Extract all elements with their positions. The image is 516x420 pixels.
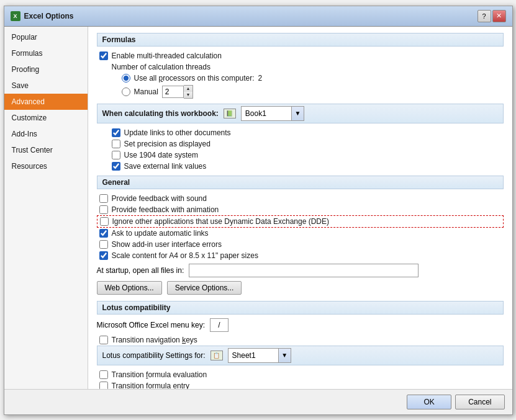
processor-count: 2	[258, 74, 263, 83]
feedback-sound-checkbox[interactable]	[99, 194, 108, 203]
title-bar: X Excel Options ? ✕	[4, 6, 512, 27]
ignore-dde-label: Ignore other applications that use Dynam…	[112, 217, 330, 226]
sidebar-item-trustcenter[interactable]: Trust Center	[4, 142, 88, 158]
transition-formula-eval-row: Transition formula evaluation	[97, 369, 504, 380]
workbook-icon: 📗	[224, 109, 236, 118]
use-all-processors-row: Use all processors on this computer: 2	[119, 73, 504, 84]
close-button[interactable]: ✕	[492, 10, 506, 22]
manual-threads-row: Manual ▲ ▼	[119, 84, 504, 100]
sidebar-item-proofing[interactable]: Proofing	[4, 61, 88, 78]
workbook-label: When calculating this workbook:	[102, 109, 219, 118]
ask-update-label: Ask to update automatic links	[112, 229, 209, 238]
transition-formula-eval-checkbox[interactable]	[99, 370, 108, 379]
scale-content-checkbox[interactable]	[99, 251, 108, 260]
transition-formula-entry-label: Transition formula entry	[112, 382, 190, 389]
dialog-title: Excel Options	[24, 12, 74, 20]
ask-update-row: Ask to update automatic links	[97, 228, 504, 239]
excel-options-dialog: X Excel Options ? ✕ Popular Formulas Pro…	[4, 6, 513, 415]
feedback-sound-label: Provide feedback with sound	[112, 194, 207, 203]
help-button[interactable]: ?	[478, 10, 491, 22]
menu-key-row: Microsoft Office Excel menu key:	[97, 318, 504, 332]
workbook-row: When calculating this workbook: 📗 Book1 …	[97, 104, 504, 123]
menu-key-label: Microsoft Office Excel menu key:	[97, 321, 206, 329]
app-icon: X	[11, 11, 20, 21]
feedback-animation-label: Provide feedback with animation	[112, 205, 219, 214]
at-startup-input[interactable]	[189, 264, 419, 277]
ok-button[interactable]: OK	[407, 395, 451, 409]
set-precision-checkbox[interactable]	[112, 140, 120, 148]
save-external-checkbox[interactable]	[112, 162, 120, 171]
show-addin-errors-checkbox[interactable]	[99, 240, 108, 249]
service-options-button[interactable]: Service Options...	[167, 281, 242, 295]
enable-multithreaded-row: Enable multi-threaded calculation	[97, 50, 504, 61]
use-1904-checkbox[interactable]	[112, 151, 120, 159]
sidebar-item-addins[interactable]: Add-Ins	[4, 126, 88, 142]
formulas-section-header: Formulas	[97, 33, 504, 47]
transition-formula-eval-label: Transition formula evaluation	[112, 370, 207, 379]
sidebar-item-formulas[interactable]: Formulas	[4, 45, 88, 61]
feedback-animation-checkbox[interactable]	[99, 205, 108, 214]
show-addin-errors-label: Show add-in user interface errors	[112, 240, 222, 249]
set-precision-label: Set precision as displayed	[124, 140, 210, 148]
transition-nav-checkbox[interactable]	[99, 336, 108, 344]
ask-update-checkbox[interactable]	[99, 229, 108, 238]
show-addin-errors-row: Show add-in user interface errors	[97, 239, 504, 250]
lotus-section-header: Lotus compatibility	[97, 301, 504, 315]
menu-key-input[interactable]	[210, 318, 229, 332]
lotus-dropdown-arrow[interactable]: ▼	[278, 349, 291, 362]
enable-multithreaded-label: Enable multi-threaded calculation	[112, 51, 222, 60]
feedback-animation-row: Provide feedback with animation	[97, 204, 504, 215]
window-controls: ? ✕	[478, 10, 506, 22]
spinner-down[interactable]: ▼	[184, 92, 192, 98]
at-startup-row: At startup, open all files in:	[97, 264, 504, 277]
transition-formula-entry-row: Transition formula entry	[97, 380, 504, 389]
update-links-row: Update links to other documents	[109, 127, 504, 138]
enable-multithreaded-checkbox[interactable]	[99, 51, 108, 60]
num-threads-label: Number of calculation threads	[112, 63, 210, 71]
sidebar-item-popular[interactable]: Popular	[4, 29, 88, 45]
content-area: Formulas Enable multi-threaded calculati…	[88, 27, 512, 389]
save-external-row: Save external link values	[109, 161, 504, 172]
workbook-name: Book1	[242, 108, 291, 119]
transition-nav-label: Transition navigation keys	[112, 336, 197, 344]
ignore-dde-row: Ignore other applications that use Dynam…	[97, 215, 504, 228]
spinner-up[interactable]: ▲	[184, 86, 192, 92]
use-all-label: Use all processors on this computer:	[134, 74, 255, 83]
use-1904-row: Use 1904 date system	[109, 150, 504, 161]
transition-formula-entry-checkbox[interactable]	[99, 382, 108, 389]
transition-nav-row: Transition navigation keys	[97, 334, 504, 346]
scale-content-row: Scale content for A4 or 8.5 x 11" paper …	[97, 250, 504, 261]
manual-radio[interactable]	[122, 87, 130, 96]
lotus-settings-row: Lotus compatibility Settings for: 📋 Shee…	[97, 346, 504, 365]
sheet-name: Sheet1	[229, 350, 278, 361]
cancel-button[interactable]: Cancel	[455, 395, 504, 409]
lotus-settings-label: Lotus compatibility Settings for:	[102, 351, 206, 360]
sidebar-item-resources[interactable]: Resources	[4, 158, 88, 174]
web-options-button[interactable]: Web Options...	[97, 281, 162, 295]
lotus-sheet-select[interactable]: Sheet1 ▼	[228, 348, 291, 363]
update-links-checkbox[interactable]	[112, 128, 120, 137]
sidebar-item-advanced[interactable]: Advanced	[4, 94, 88, 110]
set-precision-row: Set precision as displayed	[109, 138, 504, 150]
sidebar-item-customize[interactable]: Customize	[4, 110, 88, 126]
use-all-radio[interactable]	[122, 74, 130, 83]
dialog-body: Popular Formulas Proofing Save Advanced …	[4, 27, 512, 389]
manual-spinner: ▲ ▼	[162, 85, 193, 99]
use-1904-label: Use 1904 date system	[124, 151, 198, 159]
ignore-dde-checkbox[interactable]	[100, 217, 109, 226]
content-scroll[interactable]: Formulas Enable multi-threaded calculati…	[88, 27, 512, 389]
sheet-icon: 📋	[210, 351, 223, 360]
manual-value-input[interactable]	[162, 86, 184, 98]
feedback-sound-row: Provide feedback with sound	[97, 193, 504, 204]
spinner-buttons: ▲ ▼	[184, 85, 193, 99]
sidebar: Popular Formulas Proofing Save Advanced …	[4, 27, 88, 389]
manual-label: Manual	[134, 87, 158, 96]
workbook-select[interactable]: Book1 ▼	[241, 106, 304, 121]
sidebar-item-save[interactable]: Save	[4, 78, 88, 94]
scale-content-label: Scale content for A4 or 8.5 x 11" paper …	[112, 251, 258, 260]
buttons-row: Web Options... Service Options...	[97, 281, 504, 295]
num-threads-label-row: Number of calculation threads	[109, 61, 504, 73]
general-section-header: General	[97, 176, 504, 189]
workbook-dropdown-arrow[interactable]: ▼	[291, 107, 304, 120]
update-links-label: Update links to other documents	[124, 128, 231, 137]
